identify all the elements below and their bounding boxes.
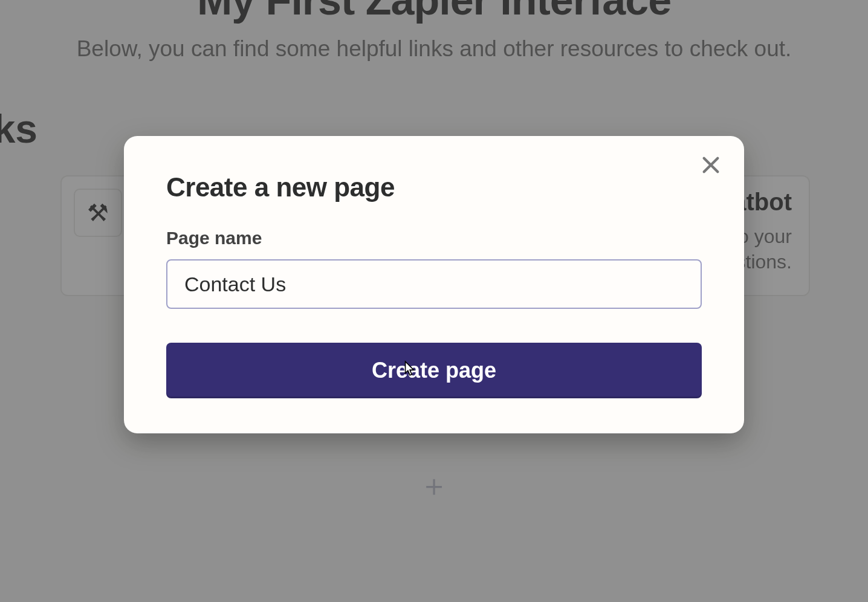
- close-button[interactable]: [696, 150, 726, 181]
- modal-title: Create a new page: [166, 172, 702, 202]
- close-icon: [701, 155, 721, 177]
- create-page-modal: Create a new page Page name Create page: [124, 136, 744, 433]
- page-name-input[interactable]: [166, 259, 702, 309]
- page-name-label: Page name: [166, 228, 702, 248]
- create-page-button[interactable]: Create page: [166, 343, 702, 398]
